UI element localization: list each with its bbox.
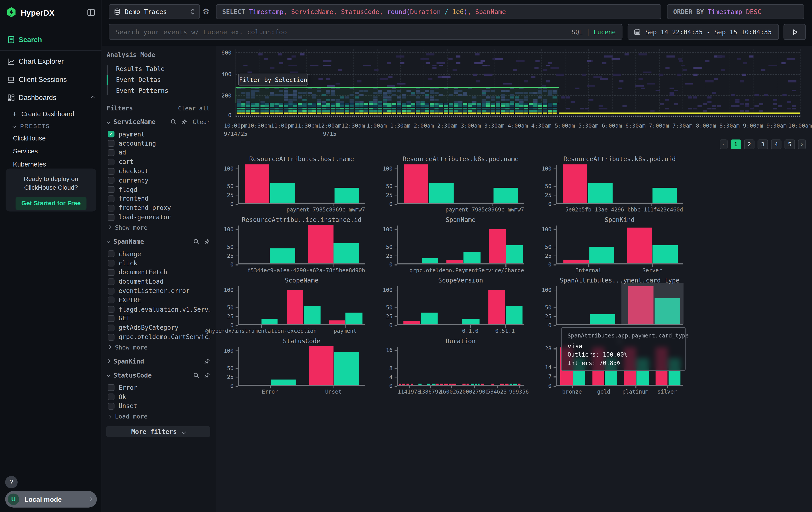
filter-option[interactable]: click <box>106 259 210 268</box>
bar-inliers[interactable] <box>421 313 437 324</box>
collapse-sidebar-icon[interactable] <box>87 8 95 17</box>
source-select[interactable]: Demo Traces <box>109 4 200 19</box>
filter-option[interactable]: frontend-proxy <box>106 204 210 213</box>
pagination-page-1[interactable]: 1 <box>731 140 741 150</box>
bar-outliers[interactable] <box>308 225 333 263</box>
checkbox[interactable] <box>108 195 114 202</box>
sidebar-preset-services[interactable]: Services <box>0 145 102 158</box>
sidebar-item-chart-explorer[interactable]: Chart Explorer <box>0 55 102 69</box>
bar-inliers[interactable] <box>346 313 362 324</box>
sql-mode-toggle[interactable]: SQL <box>572 28 583 36</box>
filter-option[interactable]: documentFetch <box>106 268 210 277</box>
sidebar-item-search[interactable]: Search <box>0 33 102 47</box>
filter-group-header[interactable]: SpanName <box>106 237 210 246</box>
bar-outliers[interactable] <box>446 260 463 263</box>
bar-inliers[interactable] <box>271 380 296 385</box>
filter-option[interactable]: flagd <box>106 185 210 194</box>
checkbox[interactable] <box>108 177 114 184</box>
search-icon[interactable] <box>193 372 199 378</box>
help-button[interactable]: ? <box>5 476 18 488</box>
filter-clear-button[interactable]: Clear <box>193 118 210 125</box>
search-icon[interactable] <box>170 119 177 125</box>
filter-option[interactable]: grpc.oteldemo.CartServic… <box>106 332 210 342</box>
filter-option[interactable]: getAdsByCategory <box>106 323 210 332</box>
filter-option[interactable]: Error <box>106 383 210 392</box>
checkbox[interactable] <box>108 384 114 391</box>
order-by-input[interactable]: ORDER BY Timestamp DESC <box>667 4 804 19</box>
filter-option[interactable]: Ok <box>106 392 210 401</box>
bar-inliers[interactable] <box>304 306 321 324</box>
filter-option[interactable]: flagd.evaluation.v1.Serv… <box>106 305 210 314</box>
sidebar-item-client-sessions[interactable]: Client Sessions <box>0 73 102 87</box>
bar-inliers[interactable] <box>333 243 359 264</box>
filter-option[interactable]: documentLoad <box>106 277 210 286</box>
checkbox[interactable] <box>108 324 114 331</box>
pagination-prev[interactable]: ‹ <box>720 140 727 150</box>
bar-inliers[interactable] <box>653 245 678 264</box>
filter-group-header[interactable]: StatusCode <box>106 371 210 380</box>
filter-option[interactable]: checkout <box>106 166 210 176</box>
bar-outliers[interactable] <box>563 260 589 263</box>
settings-gear-icon[interactable]: ⚙ <box>203 7 209 16</box>
analysis-mode-option[interactable]: Event Patterns <box>107 85 210 97</box>
lucene-mode-toggle[interactable]: Lucene <box>594 28 616 36</box>
show-more-button[interactable]: Show more <box>106 343 210 352</box>
analysis-mode-option[interactable]: Event Deltas <box>107 75 210 85</box>
bar-outliers[interactable] <box>309 347 333 385</box>
filter-group-header[interactable]: SpanKind <box>106 357 210 366</box>
bar-inliers[interactable] <box>429 183 453 203</box>
checkbox[interactable] <box>108 186 114 193</box>
bar-inliers[interactable] <box>462 319 480 324</box>
checkbox[interactable] <box>108 150 114 156</box>
bar-inliers[interactable] <box>270 183 294 203</box>
pin-icon[interactable] <box>181 119 187 125</box>
run-query-button[interactable] <box>784 24 806 40</box>
bar-inliers[interactable] <box>422 259 438 263</box>
filter-by-selection-button[interactable]: Filter by Selection <box>238 74 308 86</box>
checkbox[interactable] <box>108 288 114 294</box>
filter-option[interactable]: change <box>106 249 210 259</box>
pagination-page-2[interactable]: 2 <box>744 140 755 150</box>
bar-outliers[interactable] <box>627 228 652 263</box>
bar-inliers[interactable] <box>590 314 615 324</box>
bar-inliers[interactable] <box>506 306 523 324</box>
bar-outliers[interactable] <box>488 290 505 324</box>
checkbox[interactable] <box>108 315 114 322</box>
filter-option[interactable]: accounting <box>106 139 210 148</box>
date-range-picker[interactable]: Sep 14 22:04:35 - Sep 15 10:04:35 <box>628 24 779 40</box>
checkbox[interactable] <box>108 214 114 221</box>
bar-outliers[interactable] <box>404 164 428 203</box>
filter-option[interactable]: ad <box>106 148 210 157</box>
bar-outliers[interactable] <box>245 164 269 203</box>
pin-icon[interactable] <box>204 238 210 245</box>
analysis-mode-option[interactable]: Results Table <box>107 64 210 75</box>
pagination-next[interactable]: › <box>798 140 806 150</box>
bar-inliers[interactable] <box>464 252 481 263</box>
filter-option[interactable]: eventListener.error <box>106 286 210 295</box>
checkbox[interactable] <box>108 306 114 313</box>
sidebar-item-create-dashboard[interactable]: + Create Dashboard <box>0 108 102 120</box>
filter-option[interactable]: currency <box>106 176 210 185</box>
search-icon[interactable] <box>193 238 199 245</box>
filter-option[interactable]: cart <box>106 157 210 166</box>
heatmap-selection[interactable] <box>236 87 559 103</box>
checkbox[interactable] <box>108 205 114 211</box>
checkbox[interactable]: ✓ <box>108 131 114 138</box>
checkbox[interactable] <box>108 269 114 276</box>
checkbox[interactable] <box>108 260 114 266</box>
checkbox[interactable] <box>108 140 114 147</box>
checkbox[interactable] <box>108 297 114 303</box>
bar-inliers[interactable] <box>334 352 359 385</box>
checkbox[interactable] <box>108 394 114 400</box>
bar-inliers[interactable] <box>261 319 278 324</box>
filter-option[interactable]: frontend <box>106 194 210 203</box>
bar-inliers[interactable] <box>493 187 517 203</box>
bar-outliers[interactable] <box>489 229 506 263</box>
sidebar-preset-clickhouse[interactable]: ClickHouse <box>0 132 102 145</box>
select-clause-input[interactable]: SELECT Timestamp, ServiceName, StatusCod… <box>216 4 661 19</box>
more-filters-button[interactable]: More filters <box>106 426 210 437</box>
bar-outliers[interactable] <box>329 321 345 324</box>
heatmap-plot[interactable] <box>236 49 800 117</box>
pagination-page-5[interactable]: 5 <box>784 140 795 150</box>
pagination-page-4[interactable]: 4 <box>771 140 782 150</box>
